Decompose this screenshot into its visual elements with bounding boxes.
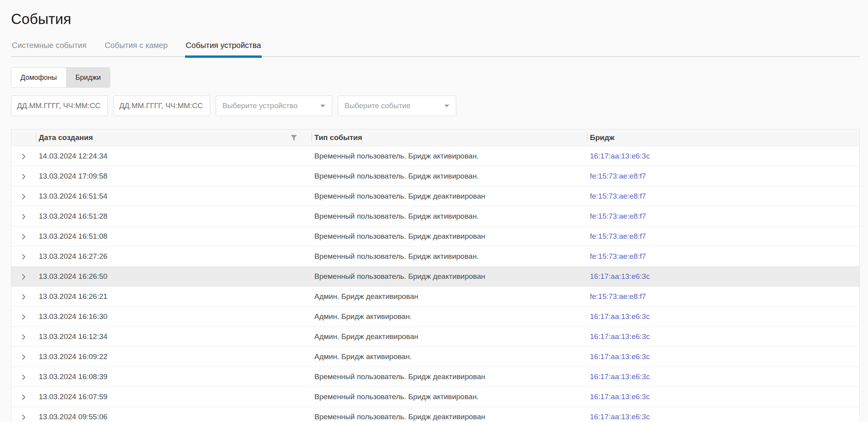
table-row[interactable]: 13.03.2024 16:51:28Временный пользовател… (11, 206, 860, 227)
event-select-placeholder: Выберите событие (344, 101, 411, 110)
page-content: События Системные события События с каме… (0, 9, 868, 422)
bridge-link[interactable]: fe:15:73:ae:e8:f7 (590, 292, 646, 300)
table-row[interactable]: 13.03.2024 09:55:06Временный пользовател… (11, 407, 860, 422)
bridge-link[interactable]: 16:17:aa:13:e6:3c (590, 152, 650, 160)
bridge-cell: 16:17:aa:13:e6:3c (587, 347, 860, 367)
expander-cell (11, 146, 36, 166)
expander-cell (11, 287, 36, 307)
table-row[interactable]: 13.03.2024 16:12:34Админ. Бридж деактиви… (11, 327, 860, 347)
chevron-right-icon[interactable] (20, 414, 27, 420)
table-row[interactable]: 13.03.2024 16:07:59Временный пользовател… (11, 387, 860, 407)
event-select[interactable]: Выберите событие (338, 96, 456, 116)
table-row[interactable]: 13.03.2024 16:51:54Временный пользовател… (11, 186, 860, 206)
table-row[interactable]: 13.03.2024 17:09:58Временный пользовател… (11, 166, 860, 186)
event-type-cell: Временный пользователь. Бридж активирова… (311, 206, 587, 227)
date-cell: 13.03.2024 16:08:39 (36, 367, 311, 387)
bridge-cell: 16:17:aa:13:e6:3c (587, 267, 860, 287)
events-table: Дата создания Тип события Бридж 14.03.20… (11, 129, 860, 422)
expander-cell (11, 247, 36, 267)
table-row[interactable]: 13.03.2024 16:26:50Временный пользовател… (11, 267, 860, 287)
bridge-cell: fe:15:73:ae:e8:f7 (587, 166, 860, 186)
table-header-row: Дата создания Тип события Бридж (11, 129, 860, 146)
tab-system-events[interactable]: Системные события (11, 39, 87, 56)
column-header-bridge-label: Бридж (590, 133, 614, 142)
column-header-type: Тип события (311, 129, 587, 146)
device-select[interactable]: Выберите устройство (216, 96, 332, 116)
chevron-right-icon[interactable] (20, 294, 27, 300)
bridge-cell: 16:17:aa:13:e6:3c (587, 307, 860, 327)
table-row[interactable]: 13.03.2024 16:51:08Временный пользовател… (11, 227, 860, 247)
expander-cell (11, 407, 36, 422)
tab-bar: Системные события События с камер Событи… (11, 39, 860, 57)
bridge-link[interactable]: 16:17:aa:13:e6:3c (590, 332, 650, 341)
table-row[interactable]: 13.03.2024 16:09:22Админ. Бридж активиро… (11, 347, 860, 367)
bridge-link[interactable]: fe:15:73:ae:e8:f7 (590, 172, 646, 180)
chevron-right-icon[interactable] (20, 394, 27, 400)
event-type-cell: Временный пользователь. Бридж активирова… (311, 387, 587, 407)
expander-cell (11, 166, 36, 186)
bridge-link[interactable]: 16:17:aa:13:e6:3c (590, 352, 650, 361)
bridge-link[interactable]: 16:17:aa:13:e6:3c (590, 393, 650, 401)
caret-down-icon (444, 104, 450, 108)
chevron-right-icon[interactable] (20, 173, 27, 180)
column-header-bridge: Бридж (587, 129, 860, 146)
bridge-cell: 16:17:aa:13:e6:3c (587, 387, 860, 407)
date-to-input[interactable] (113, 96, 210, 116)
bridge-cell: fe:15:73:ae:e8:f7 (587, 186, 860, 206)
chevron-right-icon[interactable] (20, 354, 27, 360)
page-title: События (11, 9, 860, 29)
bridge-link[interactable]: 16:17:aa:13:e6:3c (590, 312, 650, 321)
bridge-cell: 16:17:aa:13:e6:3c (587, 146, 860, 166)
chevron-right-icon[interactable] (20, 374, 27, 380)
chevron-right-icon[interactable] (20, 214, 27, 220)
date-cell: 13.03.2024 16:51:08 (36, 227, 311, 247)
chevron-right-icon[interactable] (20, 193, 27, 200)
event-type-cell: Админ. Бридж активирован. (311, 307, 587, 327)
column-header-date-label: Дата создания (39, 133, 93, 142)
bridge-cell: 16:17:aa:13:e6:3c (587, 327, 860, 347)
bridge-link[interactable]: 16:17:aa:13:e6:3c (590, 413, 650, 421)
date-cell: 14.03.2024 12:24:34 (36, 146, 311, 166)
table-row[interactable]: 13.03.2024 16:26:21Админ. Бридж деактиви… (11, 287, 860, 307)
table-row[interactable]: 13.03.2024 16:08:39Временный пользовател… (11, 367, 860, 387)
expander-header (11, 129, 36, 146)
toggle-intercoms-button[interactable]: Домофоны (11, 68, 66, 87)
device-type-toggle: Домофоны Бриджи (11, 67, 110, 88)
date-cell: 13.03.2024 16:27:26 (36, 247, 311, 267)
expander-cell (11, 387, 36, 407)
chevron-right-icon[interactable] (20, 153, 27, 160)
bridge-link[interactable]: 16:17:aa:13:e6:3c (590, 272, 650, 280)
chevron-right-icon[interactable] (20, 234, 27, 240)
filter-funnel-icon[interactable] (291, 135, 297, 141)
bridge-link[interactable]: fe:15:73:ae:e8:f7 (590, 192, 646, 200)
table-row[interactable]: 13.03.2024 16:16:30Админ. Бридж активиро… (11, 307, 860, 327)
chevron-right-icon[interactable] (20, 274, 27, 280)
date-cell: 13.03.2024 16:09:22 (36, 347, 311, 367)
tab-camera-events[interactable]: События с камер (104, 39, 168, 56)
bridge-cell: fe:15:73:ae:e8:f7 (587, 287, 860, 307)
column-header-type-label: Тип события (315, 133, 363, 142)
bridge-link[interactable]: fe:15:73:ae:e8:f7 (590, 232, 646, 240)
date-from-input[interactable] (11, 96, 108, 116)
tab-device-events[interactable]: События устройства (185, 39, 262, 56)
bridge-link[interactable]: fe:15:73:ae:e8:f7 (590, 212, 646, 220)
expander-cell (11, 347, 36, 367)
toggle-bridges-button[interactable]: Бриджи (66, 68, 110, 87)
date-cell: 13.03.2024 16:16:30 (36, 307, 311, 327)
column-header-date: Дата создания (36, 129, 311, 146)
bridge-cell: fe:15:73:ae:e8:f7 (587, 206, 860, 227)
bridge-link[interactable]: 16:17:aa:13:e6:3c (590, 372, 650, 381)
bridge-link[interactable]: fe:15:73:ae:e8:f7 (590, 252, 646, 260)
table-row[interactable]: 14.03.2024 12:24:34Временный пользовател… (11, 146, 860, 166)
table-row[interactable]: 13.03.2024 16:27:26Временный пользовател… (11, 247, 860, 267)
chevron-right-icon[interactable] (20, 254, 27, 260)
event-type-cell: Временный пользователь. Бридж активирова… (311, 146, 587, 166)
date-cell: 13.03.2024 16:51:54 (36, 186, 311, 206)
bridge-cell: 16:17:aa:13:e6:3c (587, 407, 860, 422)
event-type-cell: Временный пользователь. Бридж активирова… (311, 247, 587, 267)
event-type-cell: Временный пользователь. Бридж деактивиро… (311, 267, 587, 287)
date-cell: 13.03.2024 17:09:58 (36, 166, 311, 186)
date-cell: 13.03.2024 16:26:21 (36, 287, 311, 307)
chevron-right-icon[interactable] (20, 314, 27, 320)
chevron-right-icon[interactable] (20, 334, 27, 340)
